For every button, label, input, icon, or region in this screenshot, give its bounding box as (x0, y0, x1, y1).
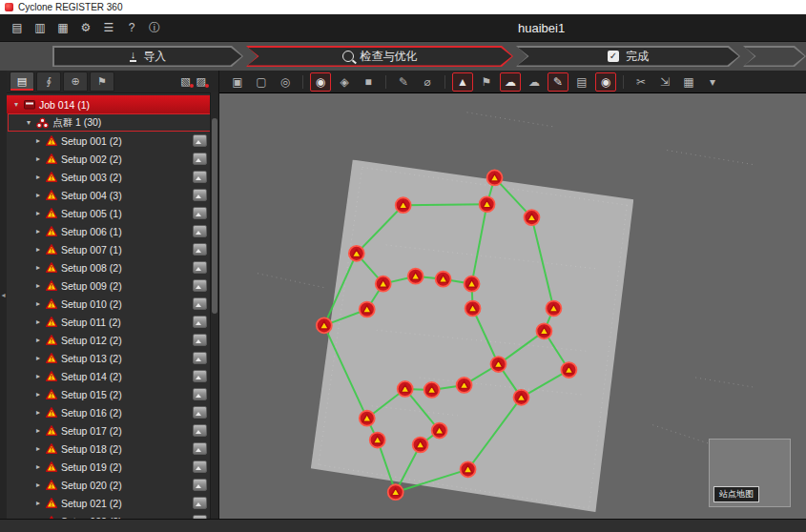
workflow-step-import[interactable]: ↓导入 (52, 46, 243, 67)
setup-thumbnail-icon[interactable] (193, 352, 207, 364)
help-icon[interactable]: ? (122, 19, 141, 37)
setup-marker[interactable] (388, 484, 403, 500)
expand-caret-icon[interactable] (34, 444, 42, 453)
expand-caret-icon[interactable] (34, 245, 42, 254)
tree-item-setup[interactable]: Setup 013 (2) (7, 349, 218, 367)
expand-caret-icon[interactable] (34, 462, 42, 471)
tree-item-setup[interactable]: Setup 002 (2) (7, 150, 218, 168)
tree-scrollbar[interactable] (210, 92, 218, 519)
info-icon[interactable]: ⓘ (145, 19, 164, 37)
expand-caret-icon[interactable] (34, 227, 42, 235)
setup-thumbnail-icon[interactable] (193, 515, 207, 519)
thumbnail-view-icon[interactable]: ▧ (180, 75, 190, 88)
expand-caret-icon[interactable] (34, 390, 42, 399)
setup-thumbnail-icon[interactable] (193, 279, 207, 292)
setup-thumbnail-icon[interactable] (193, 334, 207, 346)
snapshot-icon[interactable]: ▤ (571, 72, 592, 92)
setup-marker[interactable] (432, 423, 447, 439)
fit-view-icon[interactable]: ⇲ (654, 72, 675, 92)
cloud-icon[interactable]: ☁ (500, 72, 521, 92)
setup-marker[interactable] (370, 433, 385, 448)
setup-marker[interactable] (317, 317, 332, 333)
attachments-tab-icon[interactable]: ∮ (36, 72, 61, 92)
tree-item-setup[interactable]: Setup 006 (1) (7, 222, 218, 240)
setup-marker[interactable] (465, 276, 480, 292)
tag-icon[interactable]: ⚑ (476, 72, 497, 92)
expand-caret-icon[interactable] (34, 499, 42, 507)
pin-icon[interactable]: ◉ (595, 72, 616, 92)
setup-marker[interactable] (436, 272, 451, 287)
setup-thumbnail-icon[interactable] (193, 316, 207, 328)
setup-marker[interactable] (465, 301, 481, 317)
point-cloud-viewport[interactable]: 站点地图 (219, 93, 806, 519)
expand-caret-icon[interactable] (12, 100, 20, 109)
setup-marker[interactable] (536, 323, 551, 338)
setup-marker[interactable] (408, 269, 424, 284)
tree-item-setup[interactable]: Setup 005 (1) (7, 204, 218, 222)
tree-item-setup[interactable]: Setup 008 (2) (7, 258, 218, 276)
setup-marker[interactable] (491, 357, 506, 372)
measure-icon[interactable]: ✎ (393, 72, 414, 92)
expand-caret-icon[interactable] (34, 336, 42, 344)
setup-marker[interactable] (360, 411, 375, 426)
setup-thumbnail-icon[interactable] (193, 497, 207, 509)
setup-marker[interactable] (487, 170, 503, 185)
setup-thumbnail-icon[interactable] (193, 261, 207, 274)
tree-item-cluster[interactable]: 点群 1 (30) (8, 113, 217, 132)
tree-item-setup[interactable]: Setup 007 (1) (7, 240, 218, 258)
tree-item-setup[interactable]: Setup 014 (2) (7, 367, 218, 385)
cloud-sync-icon[interactable]: ☁ (524, 72, 545, 92)
setup-thumbnail-icon[interactable] (193, 424, 207, 437)
tree-item-setup[interactable]: Setup 019 (2) (7, 458, 218, 476)
expand-caret-icon[interactable] (34, 408, 42, 417)
setup-thumbnail-icon[interactable] (193, 297, 207, 310)
expand-caret-icon[interactable] (25, 118, 32, 127)
setup-thumbnail-icon[interactable] (193, 243, 207, 256)
tree-item-setup[interactable]: Setup 021 (2) (7, 494, 218, 512)
setup-marker[interactable] (546, 301, 561, 317)
tree-item-setup[interactable]: Setup 015 (2) (7, 385, 218, 403)
tree-item-setup[interactable]: Setup 011 (2) (7, 313, 218, 331)
expand-caret-icon[interactable] (34, 136, 42, 145)
tree-item-setup[interactable]: Setup 003 (2) (7, 168, 218, 186)
clone-icon[interactable]: ▢ (251, 72, 272, 92)
expand-caret-icon[interactable] (34, 173, 42, 181)
cone-marker-icon[interactable]: ▲ (452, 72, 473, 92)
tree-item-setup[interactable]: Setup 017 (2) (7, 421, 218, 440)
tree-item-setup[interactable]: Setup 009 (2) (7, 276, 218, 295)
pano-view-icon[interactable]: ▨ (196, 75, 206, 88)
settings-icon[interactable]: ⚙ (76, 19, 95, 37)
draw-icon[interactable]: ✎ (548, 72, 568, 92)
setup-thumbnail-icon[interactable] (193, 479, 207, 491)
tree-item-setup[interactable]: Setup 020 (2) (7, 476, 218, 494)
camera-icon[interactable]: ◉ (310, 72, 331, 92)
workflow-step-review[interactable]: 检查与优化 (246, 46, 513, 67)
scrollbar-thumb[interactable] (212, 118, 217, 315)
setup-marker[interactable] (376, 276, 391, 292)
tree-item-setup[interactable]: Setup 001 (2) (7, 132, 218, 150)
setup-thumbnail-icon[interactable] (193, 153, 207, 165)
zoom-window-icon[interactable]: ◎ (275, 72, 296, 92)
setup-marker[interactable] (524, 210, 539, 225)
storage-icon[interactable]: ▦ (53, 19, 72, 37)
more-icon[interactable]: ▾ (702, 72, 723, 92)
minimap[interactable]: 站点地图 (709, 439, 791, 507)
expand-caret-icon[interactable] (34, 263, 42, 272)
setup-marker[interactable] (461, 461, 476, 477)
stop-icon[interactable]: ■ (358, 72, 379, 92)
setup-thumbnail-icon[interactable] (193, 189, 207, 201)
expand-caret-icon[interactable] (34, 299, 42, 308)
expand-caret-icon[interactable] (34, 426, 42, 435)
tree-item-setup[interactable]: Setup 010 (2) (7, 295, 218, 313)
tree-item-setup[interactable]: Setup 016 (2) (7, 403, 218, 421)
expand-caret-icon[interactable] (34, 154, 42, 163)
copy-icon[interactable]: ▣ (227, 72, 248, 92)
server-stack-icon[interactable]: ☰ (99, 19, 118, 37)
tree-item-setup[interactable]: Setup 022 (2) (7, 512, 218, 519)
expand-caret-icon[interactable] (34, 372, 42, 380)
web-tab-icon[interactable]: ⊕ (63, 72, 88, 92)
setup-thumbnail-icon[interactable] (193, 207, 207, 219)
setup-thumbnail-icon[interactable] (193, 134, 207, 147)
project-explorer-tab-icon[interactable]: ▤ (10, 72, 34, 92)
unlink-icon[interactable]: ⌀ (417, 72, 438, 92)
